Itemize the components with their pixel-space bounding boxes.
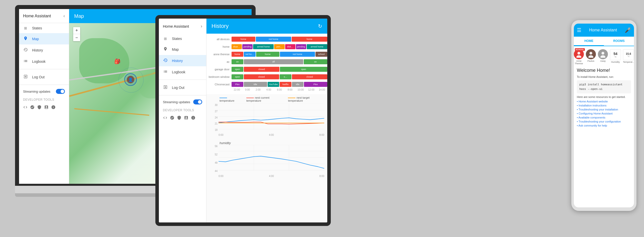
y-label: 27 (215, 110, 218, 113)
phone-nav-tabs: HOME ROOMS (574, 37, 634, 46)
timeline-row-alldevices: all devices home not home home (206, 36, 327, 43)
phone-code-block: pip3 install homeassistant hass --open-u… (577, 80, 631, 93)
axis-label: 14:00 (317, 88, 327, 91)
avatar-paulus[interactable] (586, 49, 596, 59)
phone-tab-rooms[interactable]: ROOMS (604, 37, 634, 46)
phone-link-troubleshoot[interactable]: Troubleshooting your installation (577, 108, 631, 111)
tbar: disar… (232, 44, 242, 49)
tbar: idle (244, 82, 267, 87)
tablet-dev-tools-label: Developer Tools (159, 106, 206, 114)
service-icon[interactable] (37, 105, 42, 110)
sidebar-item-history[interactable]: History (19, 44, 69, 56)
state-icon[interactable] (44, 105, 49, 110)
tablet-service-icon[interactable] (177, 115, 181, 121)
humidity-x-labels: 0:00 4:00 8:00 (219, 175, 324, 177)
timeline-bars: disar… pending armed home pen… disk… pen… (232, 44, 327, 49)
sidebar-logbook-label: Logbook (32, 60, 46, 64)
phone-link-installation[interactable]: Installation instructions (577, 104, 631, 107)
map-icon (23, 36, 28, 41)
phone-topbar: ☰ Home Assistant 🎤 (574, 24, 634, 37)
tbar: open (280, 67, 327, 72)
phone-link-components[interactable]: Available components (577, 116, 631, 119)
sidebar-item-logout[interactable]: Log Out (19, 71, 69, 83)
phone-mic-icon[interactable]: 🎤 (625, 27, 631, 33)
sensor-temp-value: 15.6 (626, 52, 631, 55)
info-icon[interactable] (51, 105, 56, 110)
chevron-left-icon[interactable]: ‹ (63, 13, 65, 19)
timeline-row-chromecast: Chromecast Plex idle YouTube Netflix idl… (206, 81, 327, 88)
phone-link-community[interactable]: Ask community for help (577, 124, 631, 127)
sensor-card-humidity[interactable]: 54 % (610, 49, 621, 60)
axis-label: 12:00 (306, 88, 316, 91)
svg-point-18 (601, 52, 604, 54)
phone-tab-home[interactable]: HOME (574, 37, 604, 46)
sensor-card-temp[interactable]: 15.6 °C (623, 49, 634, 60)
sidebar-map-label: Map (32, 37, 39, 41)
tbar: school (315, 52, 327, 57)
tablet-streaming-toggle[interactable] (193, 99, 202, 104)
zoom-out-button[interactable]: − (73, 34, 80, 41)
timeline-bars: home not home home (232, 37, 327, 42)
x-label: 0:00 (219, 134, 223, 136)
tablet-sidebar-states[interactable]: ⊞ States (159, 34, 206, 44)
timeline-bars: open closed o… closed (232, 74, 327, 79)
sidebar-divider-2 (19, 85, 69, 85)
tablet-event-icon[interactable] (170, 115, 174, 121)
tablet-sidebar-history[interactable]: History (159, 55, 206, 66)
sidebar-item-map[interactable]: Map (19, 33, 69, 44)
y-label: 56 (215, 145, 218, 148)
streaming-toggle[interactable] (56, 89, 65, 94)
template-icon[interactable] (23, 105, 28, 110)
tablet-sidebar-logbook[interactable]: Logbook (159, 66, 206, 78)
tablet-sidebar-header: Home Assistant › (159, 19, 206, 34)
school-badge: SCHOOL (575, 48, 585, 51)
axis-label: 6:00 (274, 88, 285, 91)
tablet-template-icon[interactable] (163, 115, 167, 121)
refresh-icon[interactable]: ↻ (318, 23, 322, 29)
chart-legend: temperature nest current temperature nes… (209, 96, 324, 102)
phone-link-troubleshoot-config[interactable]: Troubleshooting your configuration (577, 120, 631, 123)
laptop-sidebar: Home Assistant ‹ ⊞ States Map (19, 9, 69, 184)
phone-link-website[interactable]: Home Assistant website (577, 100, 631, 103)
x-label: 8:00 (319, 134, 324, 136)
tbar: pen… (274, 44, 284, 49)
tbar: Plex (304, 82, 327, 87)
timeline-label: all devices (206, 38, 232, 41)
phone-outer: ☰ Home Assistant 🎤 HOME ROOMS (571, 20, 636, 211)
tablet-info-icon[interactable] (191, 115, 195, 121)
timeline-row-garage: garage door open closed open (206, 66, 327, 73)
tablet-logbook-label: Logbook (172, 70, 185, 74)
timeline-row-home: home disar… pending armed home pen… disk… (206, 43, 327, 50)
tablet-map-label: Map (172, 47, 179, 51)
sensor-humidity-unit: % (614, 56, 616, 58)
laptop-sidebar-header: Home Assistant ‹ (19, 9, 69, 23)
tbar: not home (256, 37, 291, 42)
tbar: home (256, 52, 280, 57)
humidity-chart-label: humidity (209, 140, 324, 145)
tablet-streaming-label: Streaming updates (163, 100, 190, 104)
avatar-away[interactable] (598, 49, 608, 59)
map-bag-marker: 🎒 (114, 58, 121, 64)
sidebar-item-states[interactable]: ⊞ States (19, 23, 69, 33)
sidebar-item-logbook[interactable]: Logbook (19, 56, 69, 67)
sensor-humidity-value: 54 (613, 52, 617, 56)
tablet-chevron-icon[interactable]: › (201, 24, 202, 29)
phone-entity-humidity: 54 % Humidity (610, 49, 621, 65)
phone-entities-row: SCHOOL AnneTherese Paulus (577, 49, 631, 65)
zoom-in-button[interactable]: + (73, 27, 80, 34)
tablet-sidebar-map[interactable]: Map (159, 44, 206, 55)
tablet-sidebar-logout[interactable]: Log Out (159, 82, 206, 93)
svg-point-15 (576, 55, 581, 58)
timeline-label: home (206, 45, 232, 48)
tablet-state-icon[interactable] (184, 115, 188, 121)
tablet-states-label: States (172, 37, 182, 41)
developer-tools-label: Developer Tools (19, 96, 69, 103)
laptop-topbar-title: Map (74, 13, 84, 19)
phone-menu-icon[interactable]: ☰ (577, 27, 581, 33)
map-person-pulse (119, 68, 144, 93)
phone-link-configure[interactable]: Configuring Home Assistant (577, 112, 631, 115)
humidity-chart-area: humidity 56 52 48 44 (206, 138, 327, 180)
streaming-label: Streaming updates (23, 90, 50, 93)
tablet-streaming-row: Streaming updates (159, 97, 206, 106)
event-icon[interactable] (30, 105, 35, 110)
